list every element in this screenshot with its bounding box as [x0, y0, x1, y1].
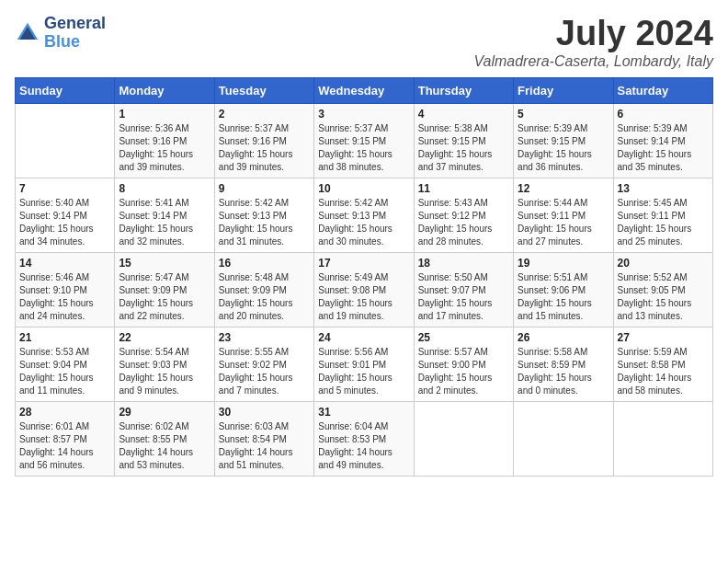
calendar-cell: 12Sunrise: 5:44 AMSunset: 9:11 PMDayligh… — [514, 178, 613, 252]
calendar-cell: 17Sunrise: 5:49 AMSunset: 9:08 PMDayligh… — [314, 252, 414, 327]
weekday-header: Sunday — [16, 77, 115, 103]
day-number: 14 — [19, 257, 110, 270]
calendar-cell: 3Sunrise: 5:37 AMSunset: 9:15 PMDaylight… — [314, 103, 414, 178]
day-number: 23 — [219, 331, 310, 344]
day-info: Sunrise: 5:57 AMSunset: 9:00 PMDaylight:… — [418, 346, 509, 397]
day-info: Sunrise: 5:39 AMSunset: 9:14 PMDaylight:… — [618, 122, 709, 174]
day-info: Sunrise: 5:49 AMSunset: 9:08 PMDaylight:… — [318, 271, 409, 323]
day-info: Sunrise: 5:41 AMSunset: 9:14 PMDaylight:… — [119, 197, 210, 248]
calendar-cell — [16, 103, 115, 178]
day-info: Sunrise: 5:59 AMSunset: 8:58 PMDaylight:… — [618, 346, 709, 397]
calendar-week-row: 14Sunrise: 5:46 AMSunset: 9:10 PMDayligh… — [16, 252, 713, 327]
day-info: Sunrise: 5:43 AMSunset: 9:12 PMDaylight:… — [418, 197, 509, 248]
day-number: 16 — [219, 257, 310, 270]
calendar-cell: 27Sunrise: 5:59 AMSunset: 8:58 PMDayligh… — [613, 327, 712, 401]
calendar-cell: 2Sunrise: 5:37 AMSunset: 9:16 PMDaylight… — [214, 103, 313, 178]
calendar-cell: 16Sunrise: 5:48 AMSunset: 9:09 PMDayligh… — [214, 252, 313, 327]
day-number: 5 — [518, 108, 609, 121]
calendar-cell: 11Sunrise: 5:43 AMSunset: 9:12 PMDayligh… — [414, 178, 513, 252]
day-info: Sunrise: 5:39 AMSunset: 9:15 PMDaylight:… — [518, 122, 609, 174]
day-number: 25 — [418, 331, 509, 344]
day-info: Sunrise: 5:50 AMSunset: 9:07 PMDaylight:… — [418, 271, 509, 323]
calendar-cell: 8Sunrise: 5:41 AMSunset: 9:14 PMDaylight… — [115, 178, 214, 252]
day-info: Sunrise: 5:37 AMSunset: 9:16 PMDaylight:… — [219, 122, 310, 174]
calendar-cell — [514, 401, 613, 476]
day-number: 12 — [518, 182, 609, 195]
calendar-week-row: 7Sunrise: 5:40 AMSunset: 9:14 PMDaylight… — [16, 178, 713, 252]
day-number: 26 — [518, 331, 609, 344]
weekday-header: Wednesday — [314, 77, 414, 103]
day-info: Sunrise: 5:56 AMSunset: 9:01 PMDaylight:… — [318, 346, 409, 397]
day-number: 13 — [618, 182, 709, 195]
weekday-header: Friday — [514, 77, 613, 103]
calendar-cell: 14Sunrise: 5:46 AMSunset: 9:10 PMDayligh… — [16, 252, 115, 327]
day-number: 17 — [318, 257, 409, 270]
calendar-cell: 10Sunrise: 5:42 AMSunset: 9:13 PMDayligh… — [314, 178, 414, 252]
day-number: 4 — [418, 108, 509, 121]
calendar-cell: 28Sunrise: 6:01 AMSunset: 8:57 PMDayligh… — [16, 401, 115, 476]
day-info: Sunrise: 5:40 AMSunset: 9:14 PMDaylight:… — [19, 197, 110, 248]
day-info: Sunrise: 5:58 AMSunset: 8:59 PMDaylight:… — [518, 346, 609, 397]
day-number: 21 — [19, 331, 110, 344]
calendar-cell: 7Sunrise: 5:40 AMSunset: 9:14 PMDaylight… — [16, 178, 115, 252]
day-info: Sunrise: 5:53 AMSunset: 9:04 PMDaylight:… — [19, 346, 110, 397]
calendar-cell: 31Sunrise: 6:04 AMSunset: 8:53 PMDayligh… — [314, 401, 414, 476]
calendar-week-row: 1Sunrise: 5:36 AMSunset: 9:16 PMDaylight… — [16, 103, 713, 178]
day-info: Sunrise: 5:42 AMSunset: 9:13 PMDaylight:… — [219, 197, 310, 248]
day-number: 27 — [618, 331, 709, 344]
calendar-subtitle: Valmadrera-Caserta, Lombardy, Italy — [473, 53, 713, 70]
day-number: 20 — [618, 257, 709, 270]
weekday-header: Monday — [115, 77, 214, 103]
calendar-cell: 9Sunrise: 5:42 AMSunset: 9:13 PMDaylight… — [214, 178, 313, 252]
calendar-cell: 24Sunrise: 5:56 AMSunset: 9:01 PMDayligh… — [314, 327, 414, 401]
day-info: Sunrise: 5:47 AMSunset: 9:09 PMDaylight:… — [119, 271, 210, 323]
day-number: 9 — [219, 182, 310, 195]
calendar-cell: 25Sunrise: 5:57 AMSunset: 9:00 PMDayligh… — [414, 327, 513, 401]
day-info: Sunrise: 5:48 AMSunset: 9:09 PMDaylight:… — [219, 271, 310, 323]
logo-text: General Blue — [44, 15, 106, 52]
logo-icon — [15, 20, 40, 46]
title-section: July 2024 Valmadrera-Caserta, Lombardy, … — [473, 15, 713, 70]
header: General Blue July 2024 Valmadrera-Casert… — [15, 15, 713, 70]
weekday-header: Saturday — [613, 77, 712, 103]
day-number: 18 — [418, 257, 509, 270]
calendar-cell: 4Sunrise: 5:38 AMSunset: 9:15 PMDaylight… — [414, 103, 513, 178]
calendar-cell — [613, 401, 712, 476]
day-info: Sunrise: 5:42 AMSunset: 9:13 PMDaylight:… — [318, 197, 409, 248]
day-info: Sunrise: 5:55 AMSunset: 9:02 PMDaylight:… — [219, 346, 310, 397]
day-number: 29 — [119, 406, 210, 419]
calendar-title: July 2024 — [473, 15, 713, 53]
weekday-header: Thursday — [414, 77, 513, 103]
day-number: 8 — [119, 182, 210, 195]
day-info: Sunrise: 5:54 AMSunset: 9:03 PMDaylight:… — [119, 346, 210, 397]
day-number: 1 — [119, 108, 210, 121]
day-info: Sunrise: 5:45 AMSunset: 9:11 PMDaylight:… — [618, 197, 709, 248]
day-info: Sunrise: 5:44 AMSunset: 9:11 PMDaylight:… — [518, 197, 609, 248]
day-number: 31 — [318, 406, 409, 419]
calendar-week-row: 28Sunrise: 6:01 AMSunset: 8:57 PMDayligh… — [16, 401, 713, 476]
day-number: 28 — [19, 406, 110, 419]
day-number: 6 — [618, 108, 709, 121]
calendar-cell: 26Sunrise: 5:58 AMSunset: 8:59 PMDayligh… — [514, 327, 613, 401]
calendar-cell: 21Sunrise: 5:53 AMSunset: 9:04 PMDayligh… — [16, 327, 115, 401]
calendar-cell: 5Sunrise: 5:39 AMSunset: 9:15 PMDaylight… — [514, 103, 613, 178]
calendar-cell: 19Sunrise: 5:51 AMSunset: 9:06 PMDayligh… — [514, 252, 613, 327]
day-number: 7 — [19, 182, 110, 195]
day-number: 22 — [119, 331, 210, 344]
day-number: 24 — [318, 331, 409, 344]
day-number: 15 — [119, 257, 210, 270]
day-info: Sunrise: 5:36 AMSunset: 9:16 PMDaylight:… — [119, 122, 210, 174]
weekday-header: Tuesday — [214, 77, 313, 103]
day-info: Sunrise: 5:38 AMSunset: 9:15 PMDaylight:… — [418, 122, 509, 174]
calendar-cell: 20Sunrise: 5:52 AMSunset: 9:05 PMDayligh… — [613, 252, 712, 327]
calendar-week-row: 21Sunrise: 5:53 AMSunset: 9:04 PMDayligh… — [16, 327, 713, 401]
calendar-cell: 29Sunrise: 6:02 AMSunset: 8:55 PMDayligh… — [115, 401, 214, 476]
calendar-cell: 15Sunrise: 5:47 AMSunset: 9:09 PMDayligh… — [115, 252, 214, 327]
day-info: Sunrise: 5:51 AMSunset: 9:06 PMDaylight:… — [518, 271, 609, 323]
day-info: Sunrise: 5:46 AMSunset: 9:10 PMDaylight:… — [19, 271, 110, 323]
calendar-table: SundayMondayTuesdayWednesdayThursdayFrid… — [15, 77, 713, 477]
day-info: Sunrise: 5:37 AMSunset: 9:15 PMDaylight:… — [318, 122, 409, 174]
logo: General Blue — [15, 15, 106, 52]
day-info: Sunrise: 6:04 AMSunset: 8:53 PMDaylight:… — [318, 420, 409, 472]
day-number: 3 — [318, 108, 409, 121]
